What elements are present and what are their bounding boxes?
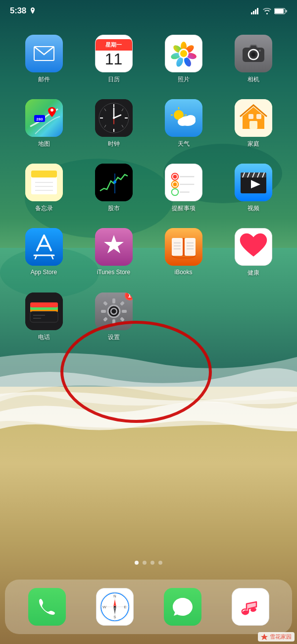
app-itunes[interactable]: iTunes Store xyxy=(79,223,148,288)
messages-icon xyxy=(164,588,201,626)
svg-rect-120 xyxy=(122,310,127,313)
dock-safari[interactable]: N S E W xyxy=(96,588,134,626)
svg-rect-118 xyxy=(112,319,115,324)
app-wallet[interactable]: 电话 xyxy=(9,288,79,352)
reminders-icon xyxy=(165,164,202,201)
clock-icon xyxy=(95,99,133,137)
wallet-label: 电话 xyxy=(38,333,50,342)
signal-icon xyxy=(251,8,260,14)
mail-label: 邮件 xyxy=(38,75,50,84)
app-settings[interactable]: 1 xyxy=(79,288,148,352)
watermark: 雪花家园 xyxy=(258,632,295,642)
svg-point-70 xyxy=(113,180,116,183)
appstore-icon xyxy=(25,228,63,266)
status-time: 5:38 xyxy=(10,6,26,16)
photos-label: 照片 xyxy=(178,75,190,84)
page-dot-3 xyxy=(150,561,154,565)
app-reminders[interactable]: 提醒事项 xyxy=(148,159,218,223)
app-notes[interactable]: 备忘录 xyxy=(9,159,79,223)
svg-point-136 xyxy=(114,606,116,608)
svg-text:N: N xyxy=(113,594,116,598)
svg-point-28 xyxy=(259,50,261,52)
app-photos[interactable]: 照片 xyxy=(148,30,218,94)
reminders-label: 提醒事项 xyxy=(172,204,196,213)
watermark-text: 雪花家园 xyxy=(270,633,292,641)
watermark-icon xyxy=(261,634,268,641)
svg-point-46 xyxy=(113,117,115,119)
svg-rect-60 xyxy=(248,114,253,119)
health-label: 健康 xyxy=(248,269,259,277)
settings-label: 设置 xyxy=(108,333,120,342)
svg-point-55 xyxy=(186,115,196,123)
app-empty-2 xyxy=(218,288,288,352)
battery-icon xyxy=(274,8,287,14)
dock: N S E W xyxy=(5,580,292,634)
svg-text:W: W xyxy=(102,605,106,609)
app-weather[interactable]: 天气 xyxy=(148,94,218,159)
app-camera[interactable]: 相机 xyxy=(218,30,288,94)
wifi-icon xyxy=(263,8,271,14)
app-maps[interactable]: 280 地图 xyxy=(9,94,79,159)
calendar-weekday: 星期一 xyxy=(96,39,132,51)
svg-rect-6 xyxy=(251,12,252,14)
svg-rect-117 xyxy=(112,298,115,303)
dock-music[interactable] xyxy=(232,588,269,626)
appstore-label: App Store xyxy=(31,269,57,276)
svg-point-76 xyxy=(173,182,177,186)
status-bar: 5:38 xyxy=(0,0,297,22)
svg-rect-97 xyxy=(172,238,183,256)
phone-icon xyxy=(28,588,66,626)
status-icons xyxy=(251,8,287,14)
app-videos[interactable]: 视频 xyxy=(218,159,288,223)
safari-icon: N S E W xyxy=(96,588,134,626)
videos-label: 视频 xyxy=(248,204,259,213)
home-label: 家庭 xyxy=(248,140,259,148)
svg-rect-119 xyxy=(101,310,106,313)
svg-point-23 xyxy=(180,50,187,57)
app-mail[interactable]: 邮件 xyxy=(9,30,79,94)
app-calendar[interactable]: 星期一 11 日历 xyxy=(79,30,148,94)
itunes-label: iTunes Store xyxy=(97,269,131,276)
svg-rect-61 xyxy=(256,114,261,119)
svg-rect-111 xyxy=(30,311,58,322)
mail-icon xyxy=(25,35,63,72)
weather-label: 天气 xyxy=(178,140,190,148)
wallet-icon xyxy=(25,293,63,330)
svg-point-32 xyxy=(50,109,53,112)
photos-icon xyxy=(165,35,202,72)
camera-icon xyxy=(235,35,272,72)
svg-rect-64 xyxy=(31,171,57,177)
home-icon xyxy=(235,99,272,137)
dock-phone[interactable] xyxy=(28,588,66,626)
app-stocks[interactable]: 股市 xyxy=(79,159,148,223)
itunes-icon xyxy=(95,228,133,266)
svg-marker-139 xyxy=(261,634,268,640)
settings-icon: 1 xyxy=(95,293,133,330)
stocks-label: 股市 xyxy=(108,204,120,213)
dock-messages[interactable] xyxy=(164,588,201,626)
calendar-day: 11 xyxy=(105,51,123,68)
svg-point-27 xyxy=(251,53,255,57)
svg-rect-110 xyxy=(30,302,58,307)
app-health[interactable]: 健康 xyxy=(218,223,288,288)
maps-icon: 280 xyxy=(25,99,63,137)
videos-icon xyxy=(235,164,272,201)
notes-icon xyxy=(25,164,63,201)
svg-rect-59 xyxy=(249,121,257,129)
svg-rect-71 xyxy=(165,164,202,201)
page-dot-4 xyxy=(158,561,162,565)
svg-rect-12 xyxy=(286,10,287,12)
camera-label: 相机 xyxy=(248,75,259,84)
app-grid: 邮件 星期一 11 日历 xyxy=(0,30,297,352)
svg-point-115 xyxy=(108,305,120,317)
svg-rect-98 xyxy=(185,238,196,256)
app-clock[interactable]: 时钟 xyxy=(79,94,148,159)
app-ibooks[interactable]: iBooks xyxy=(148,223,218,288)
app-home[interactable]: 家庭 xyxy=(218,94,288,159)
page-dot-2 xyxy=(143,561,147,565)
svg-rect-8 xyxy=(255,9,256,14)
svg-rect-7 xyxy=(253,11,254,14)
music-icon xyxy=(232,588,269,626)
notes-label: 备忘录 xyxy=(35,204,53,213)
app-appstore[interactable]: App Store xyxy=(9,223,79,288)
